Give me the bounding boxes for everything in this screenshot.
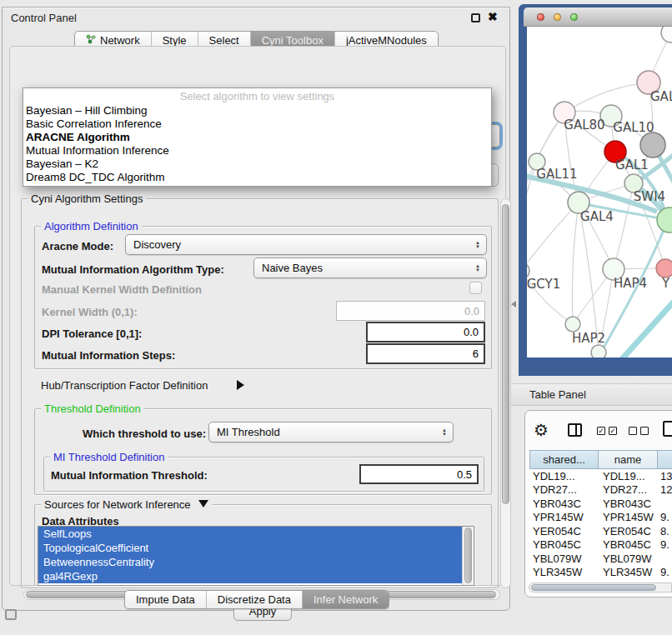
algorithm-option[interactable]: ARACNE Algorithm (23, 131, 491, 144)
table-cell: YBL079W (599, 552, 658, 565)
attribute-list-item[interactable]: TopologicalCoefficient (38, 541, 462, 555)
unchecked-box-icon (629, 427, 637, 435)
close-icon[interactable]: ✖ (488, 10, 498, 23)
algorithm-definition-group: Algorithm Definition Aracne Mode: Discov… (34, 226, 492, 369)
network-icon (86, 34, 96, 47)
which-threshold-value: MI Threshold (217, 426, 280, 438)
tab-discretize-data[interactable]: Discretize Data (206, 591, 302, 608)
table-cell: 9. (658, 511, 672, 523)
table-row[interactable]: YDL19...YDL19...13 (529, 469, 672, 483)
collapse-arrow-icon[interactable] (237, 380, 244, 390)
table-row[interactable]: YBR045CYBR045C9. (529, 538, 672, 552)
column-header-name[interactable]: name (599, 450, 658, 469)
expand-arrow-icon[interactable] (198, 500, 208, 508)
table-cell: YER054C (529, 525, 599, 538)
algorithm-option[interactable]: Dream8 DC_TDC Algorithm (23, 171, 491, 184)
tab-infer-network[interactable]: Infer Network (302, 591, 389, 608)
network-window-titlebar[interactable] (524, 8, 672, 27)
mi-steps-label: Mutual Information Steps: (42, 349, 175, 362)
table-row[interactable]: YLR345WYLR345W9. (529, 566, 672, 580)
scrollbar-thumb[interactable] (531, 584, 656, 591)
mi-type-combo[interactable]: Naive Bayes ▲▼ (253, 258, 487, 278)
manual-kernel-checkbox[interactable] (469, 282, 482, 294)
select-all-columns-icon[interactable]: ✓ ✓ (597, 427, 617, 435)
zoom-traffic-light-icon[interactable] (570, 13, 578, 21)
mi-steps-value: 6 (473, 348, 479, 360)
network-edge[interactable] (527, 112, 564, 271)
network-node-label: GAL10 (613, 120, 654, 135)
mi-steps-input[interactable]: 6 (366, 343, 485, 364)
dpi-tolerance-input[interactable]: 0.0 (366, 322, 485, 342)
aracne-mode-combo[interactable]: Discovery ▲▼ (125, 234, 487, 255)
algorithm-option[interactable]: Bayesian – Hill Climbing (23, 104, 491, 118)
mi-threshold-group-title: MI Threshold Definition (50, 451, 168, 463)
attribute-list-item[interactable]: gal4RGexp (38, 569, 462, 583)
network-edge[interactable] (621, 302, 672, 358)
table-body: YDL19...YDL19...13YDR27...YDR27...12YBR0… (529, 469, 672, 591)
splitter-collapse-icon[interactable] (511, 301, 516, 308)
network-edge[interactable] (579, 202, 599, 352)
algorithm-definition-title: Algorithm Definition (41, 220, 142, 232)
dpi-tolerance-label: DPI Tolerance [0,1]: (42, 328, 142, 340)
gear-icon[interactable]: ⚙ (534, 422, 549, 438)
mi-threshold-input[interactable]: 0.5 (359, 464, 479, 484)
column-header-shared-name[interactable]: shared... (529, 450, 599, 469)
algorithm-option[interactable]: Basic Correlation Inference (23, 118, 491, 131)
network-node-label: HAP4 (614, 276, 647, 291)
scrollbar-thumb[interactable] (502, 204, 509, 504)
tab-label: Network (100, 34, 140, 47)
kernel-width-value: 0.0 (464, 305, 479, 318)
network-node-label: Y (661, 276, 670, 291)
table-row[interactable]: YBR043CYBR043C (529, 497, 672, 511)
network-node[interactable] (640, 132, 665, 158)
settings-vertical-scrollbar[interactable] (500, 198, 511, 588)
network-node-label: GCY1 (527, 277, 560, 292)
float-window-icon[interactable] (471, 13, 480, 22)
algorithm-option[interactable]: Bayesian – K2 (23, 158, 491, 171)
column-header-partial[interactable] (658, 450, 672, 469)
which-threshold-combo[interactable]: MI Threshold ▲▼ (208, 422, 454, 442)
export-table-icon[interactable] (663, 421, 672, 437)
tab-impute-data[interactable]: Impute Data (125, 591, 206, 608)
kernel-width-input[interactable]: 0.0 (336, 301, 485, 321)
table-row[interactable]: YER054CYER054C8. (529, 524, 672, 538)
network-edge[interactable] (527, 202, 579, 271)
table-horizontal-scrollbar[interactable] (529, 582, 672, 592)
table-cell: YER054C (599, 525, 658, 538)
table-row[interactable]: YBL079WYBL079W (529, 552, 672, 566)
table-row[interactable]: YPR145WYPR145W9. (529, 511, 672, 525)
table-cell: YLR345W (529, 566, 599, 578)
table-cell: YDR27... (599, 483, 658, 496)
network-node[interactable] (661, 27, 672, 42)
network-node-y[interactable] (656, 259, 672, 278)
settings-group-title: Cyni Algorithm Settings (28, 192, 146, 205)
dock-panel-icon[interactable] (5, 609, 17, 620)
combo-stepper-icon: ▲▼ (475, 241, 480, 249)
algorithm-option[interactable]: Mutual Information Inference (23, 144, 491, 158)
network-node-label: GAL11 (536, 167, 577, 182)
network-node-label: HAP2 (572, 331, 605, 346)
close-traffic-light-icon[interactable] (537, 13, 544, 21)
network-node-hap2[interactable] (565, 317, 580, 332)
tab-label: Discretize Data (218, 593, 291, 606)
algorithm-dropdown-popup: Select algorithm to view settings Bayesi… (23, 88, 492, 187)
minimize-traffic-light-icon[interactable] (554, 13, 561, 21)
network-node[interactable] (657, 208, 672, 232)
network-canvas[interactable]: GALGAL80GAL10GAL1GAL11SWI4GAL4GCY1HAP4YH… (527, 27, 672, 358)
network-node[interactable] (591, 345, 606, 358)
table-cell: 13 (658, 470, 672, 482)
scrollbar-thumb[interactable] (464, 528, 472, 583)
table-row[interactable]: YDR27...YDR27...12 (529, 483, 672, 498)
table-cell: YBR045C (599, 538, 658, 551)
split-columns-icon[interactable] (568, 423, 582, 437)
attributes-list-scrollbar[interactable] (462, 527, 473, 585)
attribute-list-item[interactable]: BetweennessCentrality (38, 555, 462, 569)
control-panel-title: Control Panel (11, 12, 77, 24)
tab-label: jActiveMNodules (346, 34, 427, 47)
network-edge[interactable] (572, 202, 579, 324)
data-attributes-list: SelfLoopsTopologicalCoefficientBetweenne… (38, 526, 474, 586)
attribute-list-item[interactable]: SelfLoops (38, 527, 462, 541)
network-node-label: GAL80 (564, 118, 604, 132)
tab-label: Infer Network (313, 593, 378, 606)
deselect-all-columns-icon[interactable] (629, 427, 649, 435)
